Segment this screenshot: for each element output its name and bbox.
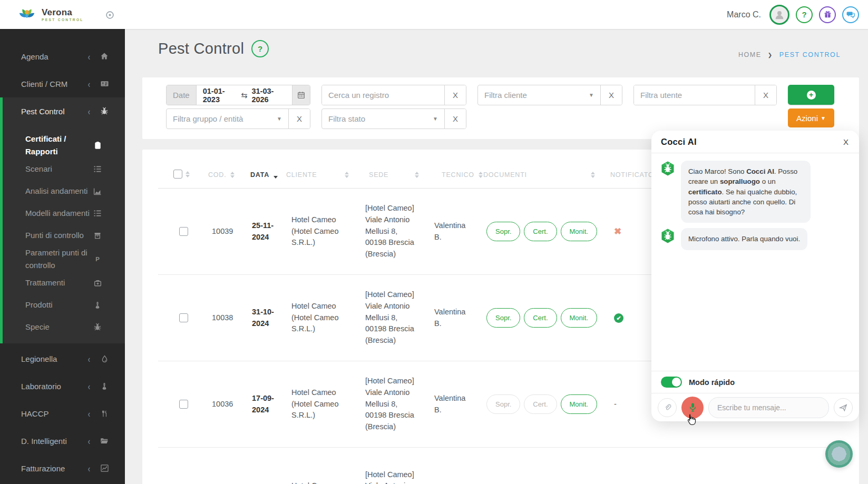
sidebar-item-clienti-crm[interactable]: Clienti / CRM ‹ [0, 70, 125, 97]
help-icon[interactable]: ? [796, 6, 813, 23]
search-register-group: X [321, 85, 466, 105]
sidebar-item-legionella[interactable]: Legionella ‹ [0, 345, 125, 372]
actions-button[interactable]: Azioni ▼ [788, 108, 834, 127]
feedback-chat-icon[interactable] [842, 6, 859, 23]
header-cliente[interactable]: CLIENTE [278, 171, 352, 188]
chevron-left-icon: ‹ [88, 51, 90, 62]
doc-certificato-button[interactable]: Cert. [524, 308, 557, 328]
sidebar-item-label: Agenda [21, 52, 88, 61]
sort-icon [415, 172, 419, 178]
breadcrumb-home[interactable]: HOME [738, 51, 762, 58]
filter-status-select[interactable]: Filtra stato ▼ [322, 109, 444, 129]
page-help-icon[interactable]: ? [251, 40, 269, 57]
actions-label: Azioni [796, 114, 818, 123]
notified-check-icon: ✔ [614, 313, 623, 323]
gift-icon[interactable] [819, 6, 836, 23]
sidebar-subitem-parametri-punti-di-controllo[interactable]: Parametri punti di controllo P [3, 246, 125, 272]
cell-tecnico: Valentina B. [423, 220, 476, 243]
send-icon[interactable] [834, 398, 853, 417]
header-select-all[interactable] [158, 170, 190, 188]
select-all-checkbox[interactable] [173, 170, 182, 179]
quick-mode-toggle[interactable] [661, 377, 682, 388]
sidebar-item-pest-control[interactable]: Pest Control ‹ [3, 97, 125, 125]
sidebar-subitem-trattamenti[interactable]: Trattamenti [3, 272, 125, 294]
sidebar-item-label: Pest Control [21, 107, 88, 116]
date-label: Date [167, 85, 197, 105]
chart-line-icon [100, 465, 109, 472]
clear-status-button[interactable]: X [444, 109, 466, 129]
caret-down-icon: ▼ [277, 116, 282, 122]
header-label: CLIENTE [286, 171, 317, 179]
header-label: TECNICO [442, 171, 474, 179]
clear-user-button[interactable]: X [755, 85, 776, 105]
filter-group-entity-select[interactable]: Filtra gruppo / entità ▼ [167, 109, 288, 129]
doc-sopralluogo-button[interactable]: Sopr. [486, 308, 520, 328]
breadcrumb-current: PEST CONTROL [779, 51, 841, 58]
doc-monitoraggio-button[interactable]: Monit. [561, 394, 597, 414]
sidebar-item-d-intelligenti[interactable]: D. Intelligenti ‹ [0, 427, 125, 455]
sidebar-subitem-prodotti[interactable]: Prodotti [3, 294, 125, 316]
flask-icon [93, 301, 102, 309]
filter-user-input[interactable] [634, 85, 755, 105]
subitem-label: Scenari [25, 163, 93, 175]
attachment-paperclip-icon[interactable] [658, 398, 677, 417]
sidebar-subitem-scenari[interactable]: Scenari [3, 158, 125, 180]
header-label: COD. [208, 171, 226, 179]
microphone-button[interactable] [681, 397, 704, 419]
sidebar-item-haccp[interactable]: HACCP ‹ [0, 400, 125, 427]
search-register-input[interactable] [322, 85, 444, 105]
doc-monitoraggio-button[interactable]: Monit. [561, 222, 597, 241]
chevron-left-icon: ‹ [88, 408, 90, 419]
close-icon[interactable]: X [843, 137, 849, 146]
sidebar-item-agenda[interactable]: Agenda ‹ [0, 43, 125, 70]
chat-title: Cocci AI [661, 137, 697, 147]
header-sede[interactable]: SEDE [352, 171, 423, 188]
cocci-bug-avatar [660, 161, 676, 179]
subitem-label: Certificati / Rapporti [25, 133, 93, 158]
cell-cliente: Hotel Cameo (Hotel Cameo S.R.L.) [278, 214, 352, 249]
cell-cod: 10036 [190, 399, 237, 410]
calendar-icon[interactable] [292, 85, 310, 105]
brand-logo[interactable]: Verona PEST CONTROL [16, 4, 84, 26]
clear-search-button[interactable]: X [444, 85, 466, 105]
sidebar-subitem-punti-di-controllo[interactable]: Punti di controllo [3, 224, 125, 246]
row-checkbox[interactable] [179, 400, 188, 409]
user-avatar[interactable] [769, 5, 789, 25]
date-range-value[interactable]: 01-01-2023 ⇆ 31-03-2026 [197, 85, 292, 105]
sidebar-toggle-target-icon[interactable] [104, 9, 115, 20]
medkit-icon [93, 279, 102, 287]
sidebar-item-laboratorio[interactable]: Laboratorio ‹ [0, 372, 125, 400]
row-checkbox[interactable] [179, 227, 188, 236]
filter-client-select[interactable]: Filtra cliente ▼ [478, 85, 600, 105]
chevron-left-icon: ‹ [88, 106, 90, 117]
sidebar-subitem-analisi-andamenti[interactable]: Analisi andamenti [3, 180, 125, 202]
cell-cliente: Hotel Cameo (Hotel Cameo S.R.L.) [278, 301, 352, 335]
clear-client-button[interactable]: X [600, 85, 622, 105]
header-data[interactable]: DATA [237, 171, 278, 188]
utensils-icon [100, 410, 109, 418]
filter-status-group: Filtra stato ▼ X [321, 108, 466, 129]
doc-monitoraggio-button[interactable]: Monit. [561, 308, 597, 328]
chevron-left-icon: ‹ [88, 436, 90, 447]
chat-message-input[interactable] [708, 397, 829, 418]
voice-assistant-bubble[interactable] [825, 440, 853, 468]
row-checkbox[interactable] [179, 313, 188, 322]
sidebar-subitem-modelli-andamenti[interactable]: Modelli andamenti [3, 202, 125, 224]
doc-sopralluogo-button[interactable]: Sopr. [486, 222, 520, 241]
archive-box-icon [93, 232, 102, 240]
plus-icon: + [807, 91, 816, 100]
sidebar-subitem-specie[interactable]: Specie [3, 316, 125, 338]
pest-control-section: Pest Control ‹ Certificati / Rapporti Sc… [0, 97, 125, 343]
chevron-left-icon: ‹ [88, 381, 90, 392]
cell-cod: 10039 [190, 226, 237, 238]
doc-certificato-button[interactable]: Cert. [524, 222, 557, 241]
header-cod[interactable]: COD. [190, 171, 237, 188]
header-tecnico[interactable]: TECNICO [423, 171, 476, 188]
clear-group-button[interactable]: X [288, 109, 310, 129]
date-swap-icon: ⇆ [241, 91, 247, 100]
help-glyph: ? [802, 10, 806, 19]
sidebar-subitem-certificati-rapporti[interactable]: Certificati / Rapporti [3, 133, 125, 158]
add-record-button[interactable]: + [788, 85, 834, 105]
header-documenti[interactable]: DOCUMENTI [476, 171, 601, 188]
sidebar-item-fatturazione[interactable]: Fatturazione ‹ [0, 455, 125, 482]
